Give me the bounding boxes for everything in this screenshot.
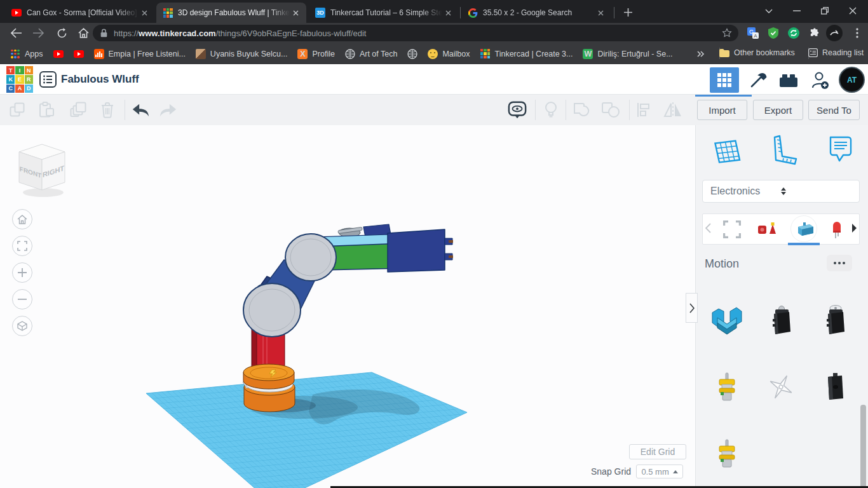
home-icon[interactable] xyxy=(75,25,92,41)
brick-icon[interactable] xyxy=(779,71,798,90)
scene[interactable]: FRONT RIGHT xyxy=(0,125,695,488)
browser-tab-2-active[interactable]: 3D design Fabulous Wluff | Tinke xyxy=(156,3,306,23)
user-avatar[interactable]: AT xyxy=(839,67,865,93)
other-bookmarks-button[interactable]: Other bookmarks xyxy=(719,48,795,57)
fit-view-button[interactable] xyxy=(12,236,32,256)
edit-grid-button[interactable]: Edit Grid xyxy=(629,444,686,459)
bookmarks-overflow-icon[interactable] xyxy=(696,49,705,60)
bookmark-mailbox[interactable]: Mailbox xyxy=(428,49,470,59)
tinkercad-logo[interactable]: TINKERCAD xyxy=(6,66,33,93)
micro-servo-icon[interactable] xyxy=(796,222,815,240)
close-tab-icon[interactable] xyxy=(595,7,606,18)
back-icon[interactable] xyxy=(8,25,24,41)
hint-bulb-icon[interactable] xyxy=(541,101,560,119)
browser-tab-3[interactable]: 3D Tinkercad Tutorial – 6 Simple Ste xyxy=(309,3,459,23)
export-button[interactable]: Export xyxy=(753,100,803,120)
section-header: Motion xyxy=(705,257,860,271)
bookmark-empia[interactable]: Empia | Free Listeni... xyxy=(94,49,186,59)
tinkercad-icon xyxy=(480,49,491,59)
bookmark-art-of-tech[interactable]: Art of Tech xyxy=(345,49,398,59)
view-cube[interactable]: FRONT RIGHT xyxy=(19,144,65,197)
delete-icon[interactable] xyxy=(98,101,117,119)
bookmark-youtube-1[interactable] xyxy=(53,49,64,59)
category-dropdown[interactable]: Electronics xyxy=(702,180,860,203)
3d-badge-icon: 3D xyxy=(315,8,325,18)
toolbar-separator xyxy=(629,100,630,120)
pickaxe-icon[interactable] xyxy=(749,71,768,90)
address-bar[interactable]: https://www.tinkercad.com/things/6V9obRa… xyxy=(93,25,738,41)
forward-icon[interactable] xyxy=(31,25,47,41)
globe-icon xyxy=(345,49,355,59)
part-micro-servo-with-horn[interactable] xyxy=(810,297,860,343)
translate-icon[interactable]: GA xyxy=(745,25,761,41)
close-tab-icon[interactable] xyxy=(290,7,301,18)
undo-icon[interactable] xyxy=(131,101,150,119)
kebab-menu-icon[interactable] xyxy=(849,25,865,41)
workplane-tool-icon[interactable] xyxy=(714,133,742,166)
zoom-out-button[interactable] xyxy=(12,289,32,309)
led-icon[interactable] xyxy=(832,219,842,242)
bookmark-dirilis[interactable]: WDiriliş: Ertuğrul - Se... xyxy=(583,49,672,59)
youtube-icon xyxy=(74,49,84,59)
annotation-visibility-icon[interactable] xyxy=(508,101,527,119)
bookmark-star-icon[interactable] xyxy=(722,28,732,38)
align-icon[interactable] xyxy=(634,101,653,119)
ruler-tool-icon[interactable] xyxy=(770,133,797,166)
mirror-icon[interactable] xyxy=(663,101,682,119)
part-servo-horn[interactable] xyxy=(756,364,806,410)
new-tab-button[interactable] xyxy=(620,4,635,20)
group-icon[interactable] xyxy=(572,101,591,119)
panel-collapse-handle[interactable] xyxy=(686,293,698,323)
close-tab-icon[interactable] xyxy=(442,7,454,18)
shield-check-icon[interactable] xyxy=(765,25,782,41)
browser-profile-avatar[interactable] xyxy=(826,25,843,41)
part-micro-servo[interactable] xyxy=(756,297,806,343)
bookmark-uyanis[interactable]: Uyanis Buyuk Selcu... xyxy=(196,49,288,59)
snap-grid-select[interactable]: 0.5 mm xyxy=(636,464,683,478)
send-to-button[interactable]: Send To xyxy=(808,100,860,120)
workplane[interactable] xyxy=(146,372,467,488)
soundcloud-icon xyxy=(94,49,104,59)
design-menu-icon[interactable] xyxy=(39,71,57,90)
perspective-toggle-button[interactable] xyxy=(12,316,32,336)
bookmark-globe[interactable] xyxy=(407,49,417,59)
extensions-puzzle-icon[interactable] xyxy=(806,25,822,41)
minimize-button[interactable] xyxy=(783,0,811,22)
browser-tab-4[interactable]: 35.50 x 2 - Google Search xyxy=(461,3,611,23)
select-all-icon[interactable] xyxy=(723,220,741,241)
close-tab-icon[interactable] xyxy=(139,7,150,18)
redo-icon[interactable] xyxy=(159,101,178,119)
buzzer-parts-icon[interactable] xyxy=(757,220,776,241)
duplicate-icon[interactable] xyxy=(69,101,88,119)
3d-viewport[interactable]: FRONT RIGHT Edit Grid Snap Grid 0.5 mm xyxy=(0,125,695,488)
browser-tab-1[interactable]: Can Gox - Sorma [Official Video] xyxy=(5,3,155,23)
apps-grid-button-active[interactable] xyxy=(710,67,739,93)
part-micro-servo-holder[interactable] xyxy=(702,297,752,343)
bookmark-tinkercad[interactable]: Tinkercad | Create 3... xyxy=(480,49,573,59)
paste-icon[interactable] xyxy=(37,101,56,119)
bookmark-apps[interactable]: Apps xyxy=(10,49,43,59)
ungroup-icon[interactable] xyxy=(601,101,620,119)
carousel-prev-icon[interactable] xyxy=(705,223,711,236)
add-person-icon[interactable] xyxy=(811,71,830,90)
bookmark-profile[interactable]: XProfile xyxy=(297,49,334,59)
notes-tool-icon[interactable] xyxy=(825,133,853,166)
design-title[interactable]: Fabulous Wluff xyxy=(61,73,139,86)
part-dc-motor[interactable] xyxy=(810,364,860,410)
reading-list-button[interactable]: Reading list xyxy=(808,48,864,57)
chevron-down-icon[interactable] xyxy=(755,0,783,22)
part-gear-motor[interactable] xyxy=(702,364,752,410)
zoom-in-button[interactable] xyxy=(12,262,32,283)
close-window-button[interactable] xyxy=(839,0,867,22)
bookmark-youtube-2[interactable] xyxy=(74,49,84,59)
reload-icon[interactable] xyxy=(53,25,70,41)
import-button[interactable]: Import xyxy=(697,100,747,120)
green-extension-icon[interactable] xyxy=(785,25,802,41)
restore-button[interactable] xyxy=(811,0,839,22)
part-gear-motor-2[interactable] xyxy=(702,431,752,477)
section-options-icon[interactable] xyxy=(827,255,852,271)
copy-icon[interactable] xyxy=(8,101,27,119)
carousel-next-icon[interactable] xyxy=(851,224,857,235)
panel-scrollbar[interactable] xyxy=(860,405,866,488)
home-view-button[interactable] xyxy=(12,209,32,229)
